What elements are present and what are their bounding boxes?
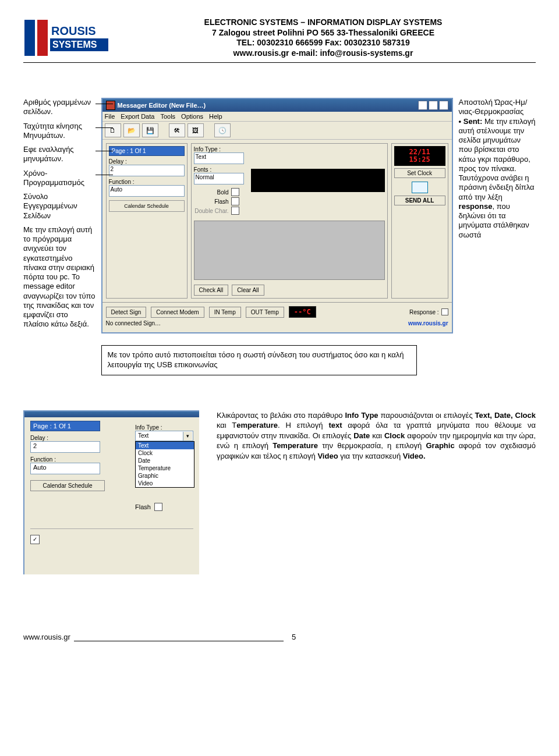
mail-icon (412, 182, 428, 193)
letterhead: ELECTRONIC SYSTEMS – INFORMATION DISPLAY… (111, 17, 536, 58)
doublechar-checkbox[interactable] (231, 207, 239, 215)
delay-select[interactable]: 2 (109, 165, 185, 176)
content-panel: Info Type : Text Fonts : Normal Bold Fla… (191, 143, 388, 299)
svg-text:ROUSIS: ROUSIS (51, 24, 96, 37)
outtemp-button[interactable]: OUT Temp (246, 307, 284, 318)
under-note: Με τον τρόπο αυτό πιστοποιείται τόσο η σ… (101, 345, 417, 375)
status-text: No connected Sign… (106, 320, 161, 326)
flash-label: Flash (194, 198, 229, 205)
infotype-dropdown[interactable]: Text ▾ Text Clock Date Temperature Graph… (135, 431, 193, 441)
svg-text:SYSTEMS: SYSTEMS (52, 40, 97, 49)
chevron-down-icon[interactable]: ▾ (183, 432, 192, 441)
function-label: Function : (109, 179, 185, 185)
page-indicator[interactable]: Page : 1 Of 1 (109, 146, 185, 156)
svg-rect-0 (24, 20, 35, 56)
sendall-button[interactable]: SEND ALL (394, 196, 445, 205)
title-bar[interactable]: Messager Editor (New File…) (102, 99, 452, 112)
open-icon[interactable]: 📂 (123, 123, 140, 137)
window-title: Messager Editor (New File…) (118, 102, 206, 109)
setclock-button[interactable]: Set Clock (394, 168, 445, 178)
function-label-2: Function : (30, 456, 123, 463)
fonts-select[interactable]: Normal (194, 173, 244, 184)
flash-checkbox[interactable] (231, 197, 239, 205)
clock-icon[interactable]: 🕓 (214, 123, 231, 137)
intemp-button[interactable]: IN Temp (209, 307, 241, 318)
page-indicator-2[interactable]: Page : 1 Of 1 (30, 421, 100, 431)
flash-checkbox-2[interactable] (154, 503, 162, 511)
new-icon[interactable]: 🗋 (105, 123, 121, 137)
preview-display (251, 169, 385, 192)
connectmodem-button[interactable]: Connect Modem (151, 307, 204, 318)
calendar-button-2[interactable]: Calendar Schedule (30, 480, 105, 491)
page-checkbox[interactable]: ✓ (30, 535, 40, 544)
app-window-crop: Page : 1 Of 1 Delay : 2 Function : Auto … (23, 410, 199, 574)
svg-rect-1 (37, 20, 48, 56)
delay-label-2: Delay : (30, 435, 123, 441)
flash-label-2: Flash (135, 503, 151, 510)
send-panel: 22/1115:25 Set Clock SEND ALL (391, 143, 448, 299)
image-icon[interactable]: 🖼 (187, 123, 204, 137)
logo: ROUSIS SYSTEMS (23, 17, 111, 60)
fonts-label: Fonts : (194, 166, 244, 173)
bold-label: Bold (194, 189, 229, 196)
left-annotations: Αριθμός γραμμένων σελίδων. Ταχύτητα κίνη… (23, 98, 95, 334)
app-window: Messager Editor (New File…) FileExport D… (101, 98, 453, 333)
page-panel: Page : 1 Of 1 Delay : 2 Function : Auto … (106, 143, 187, 299)
clearall-button[interactable]: Clear All (232, 285, 264, 296)
checkall-button[interactable]: Check All (194, 285, 229, 296)
app-icon (106, 101, 115, 110)
calendar-schedule-button[interactable]: Calendar Schedule (109, 200, 185, 212)
right-annotations: Αποστολή Ώρας-Ημ/νιας-Θερμοκρασίας • Sen… (459, 98, 536, 240)
link-label: www.rousis.gr (408, 320, 448, 326)
infotype-select[interactable]: Text (194, 152, 244, 164)
message-canvas[interactable] (194, 221, 385, 280)
delay-label: Delay : (109, 158, 185, 165)
save-icon[interactable]: 💾 (142, 123, 158, 137)
response-led (441, 308, 448, 315)
clock-display: 22/1115:25 (394, 146, 445, 166)
page-footer: www.rousis.gr5 (23, 633, 536, 641)
bold-checkbox[interactable] (231, 188, 239, 196)
function-select[interactable]: Auto (109, 185, 185, 197)
toolbar[interactable]: 🗋 📂 💾 🛠 🖼 🕓 (102, 122, 452, 140)
doublechar-label: Double Char. (194, 208, 229, 214)
infotype-label: Info Type : (194, 146, 244, 152)
window-controls[interactable] (418, 101, 448, 110)
function-select-2[interactable]: Auto (30, 463, 100, 474)
infotype-explanation: Κλικάροντας το βελάκι στο παράθυρο Info … (217, 410, 536, 462)
response-label: Response : (409, 309, 439, 315)
delay-select-2[interactable]: 2 (30, 441, 100, 453)
status-area: Detect Sign Connect Modem IN Temp OUT Te… (102, 302, 452, 332)
temperature-display: --°C (289, 306, 316, 318)
menu-bar[interactable]: FileExport DataToolsOptionsHelp (102, 112, 452, 122)
infotype-list[interactable]: Text Clock Date Temperature Graphic Vide… (135, 441, 194, 488)
infotype-label-2: Info Type : (135, 424, 193, 431)
settings-icon[interactable]: 🛠 (169, 123, 185, 137)
detectsign-button[interactable]: Detect Sign (106, 307, 147, 318)
